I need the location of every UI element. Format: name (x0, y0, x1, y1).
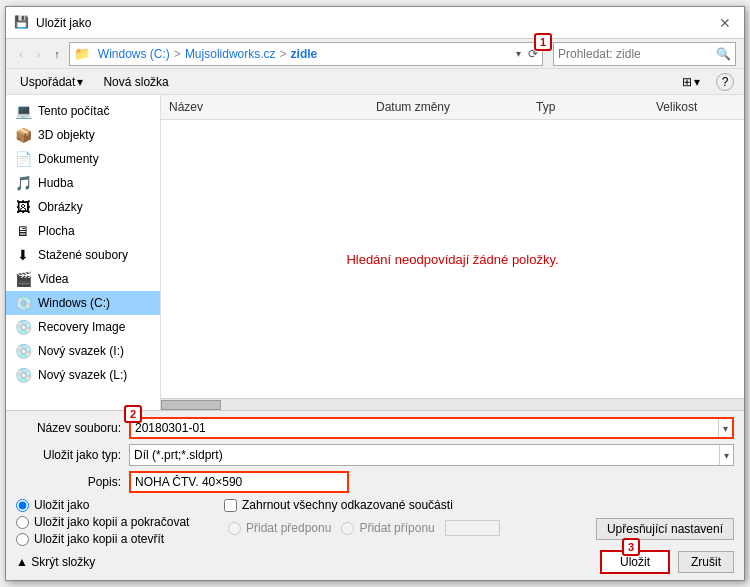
sidebar-item-videa[interactable]: 🎬 Videa (6, 267, 160, 291)
breadcrumb-part-1[interactable]: Windows (C:) (98, 47, 170, 61)
sidebar-item-dokumenty[interactable]: 📄 Dokumenty (6, 147, 160, 171)
right-options: Zahrnout všechny odkazované součásti Při… (224, 498, 734, 540)
title-bar-left: 💾 Uložit jako (14, 15, 91, 31)
description-input[interactable] (131, 475, 347, 489)
radio-copy-continue-input[interactable] (16, 516, 29, 529)
horizontal-scrollbar[interactable] (161, 398, 744, 410)
cancel-button[interactable]: Zrušit (678, 551, 734, 573)
search-input[interactable] (554, 47, 712, 61)
sidebar-label-novy-svazek-i: Nový svazek (I:) (38, 344, 124, 358)
address-dropdown-button[interactable]: ▾ (513, 48, 524, 59)
sidebar-item-recovery-image[interactable]: 💿 Recovery Image (6, 315, 160, 339)
description-label: Popis: (16, 475, 121, 489)
close-button[interactable]: ✕ (714, 12, 736, 34)
col-type: Typ (536, 98, 656, 116)
sidebar-item-tento-pocitac[interactable]: 💻 Tento počítač (6, 99, 160, 123)
address-folder-icon: 📁 (74, 46, 90, 61)
sidebar-item-plocha[interactable]: 🖥 Plocha (6, 219, 160, 243)
add-suffix-label: Přidat příponu (359, 521, 434, 535)
prefix-suffix-text-input (445, 520, 500, 536)
videa-icon: 🎬 (14, 270, 32, 288)
view-icon: ⊞ (682, 75, 692, 89)
include-refs-row: Zahrnout všechny odkazované součásti (224, 498, 734, 512)
sidebar-item-novy-svazek-l[interactable]: 💿 Nový svazek (L:) (6, 363, 160, 387)
scrollbar-thumb[interactable] (161, 400, 221, 410)
radio-save-as[interactable]: Uložit jako (16, 498, 216, 512)
dialog-title: Uložit jako (36, 16, 91, 30)
novy-svazek-i-icon: 💿 (14, 342, 32, 360)
breadcrumb-part-3[interactable]: zidle (291, 47, 318, 61)
bottom-buttons-row: ▲ Skrýt složky 3 Uložit Zrušit (16, 550, 734, 574)
advanced-settings-button[interactable]: Upřesňující nastavení (596, 518, 734, 540)
sidebar-item-obrazky[interactable]: 🖼 Obrázky (6, 195, 160, 219)
radio-copy-open-input[interactable] (16, 533, 29, 546)
radio-copy-open[interactable]: Uložit jako kopii a otevřít (16, 532, 216, 546)
filetype-value: Díl (*.prt;*.sldprt) (130, 448, 719, 462)
col-date: Datum změny (376, 98, 536, 116)
hudba-icon: 🎵 (14, 174, 32, 192)
cancel-btn-label: Zrušit (691, 555, 721, 569)
filename-row: Název souboru: ▾ 2 (16, 417, 734, 439)
novy-svazek-l-icon: 💿 (14, 366, 32, 384)
save-btn-container: 3 Uložit (600, 550, 670, 574)
search-box-wrap: 🔍 (553, 42, 736, 66)
dialog-icon: 💾 (14, 15, 30, 31)
filetype-dropdown-button[interactable]: ▾ (719, 445, 733, 465)
save-mode-group: Uložit jako Uložit jako kopii a pokračov… (16, 498, 216, 546)
radio-add-prefix: Přidat předponu (228, 521, 331, 535)
forward-button[interactable]: › (32, 45, 46, 63)
sidebar-label-recovery-image: Recovery Image (38, 320, 125, 334)
filetype-input-wrap: Díl (*.prt;*.sldprt) ▾ (129, 444, 734, 466)
annotation-badge-2: 2 (124, 405, 142, 423)
sidebar-label-stazene: Stažené soubory (38, 248, 128, 262)
recovery-image-icon: 💿 (14, 318, 32, 336)
save-btn-label: Uložit (620, 555, 650, 569)
filetype-label: Uložit jako typ: (16, 448, 121, 462)
filename-dropdown-button[interactable]: ▾ (718, 419, 732, 437)
prefix-suffix-row: Přidat předponu Přidat příponu Upřesňují… (224, 516, 734, 540)
address-bar[interactable]: Windows (C:) > Mujsolidworks.cz > zidle (94, 47, 513, 61)
help-button[interactable]: ? (716, 73, 734, 91)
breadcrumb-sep-2: > (280, 47, 287, 61)
advanced-btn-label: Upřesňující nastavení (607, 522, 723, 536)
sidebar-item-3d-objekty[interactable]: 📦 3D objekty (6, 123, 160, 147)
col-size: Velikost (656, 98, 736, 116)
filename-input-wrap: ▾ (129, 417, 734, 439)
organize-arrow: ▾ (77, 75, 83, 89)
sidebar-item-windows-c[interactable]: 💿 Windows (C:) (6, 291, 160, 315)
action-row: Uspořádat ▾ Nová složka ⊞ ▾ ? (6, 69, 744, 95)
address-bar-wrap: 📁 Windows (C:) > Mujsolidworks.cz > zidl… (69, 42, 543, 66)
sidebar-item-hudba[interactable]: 🎵 Hudba (6, 171, 160, 195)
hide-folders-label: ▲ Skrýt složky (16, 555, 95, 569)
radio-copy-continue-label: Uložit jako kopii a pokračovat (34, 515, 189, 529)
tento-pocitac-icon: 💻 (14, 102, 32, 120)
save-cancel-row: 3 Uložit Zrušit (600, 550, 734, 574)
radio-copy-continue[interactable]: Uložit jako kopii a pokračovat (16, 515, 216, 529)
radio-save-as-input[interactable] (16, 499, 29, 512)
sidebar-label-hudba: Hudba (38, 176, 73, 190)
up-button[interactable]: ↑ (49, 45, 65, 63)
include-refs-checkbox[interactable] (224, 499, 237, 512)
organize-button[interactable]: Uspořádat ▾ (16, 75, 87, 89)
sidebar-item-novy-svazek-i[interactable]: 💿 Nový svazek (I:) (6, 339, 160, 363)
title-bar: 💾 Uložit jako ✕ (6, 7, 744, 39)
main-area: 💻 Tento počítač 📦 3D objekty 📄 Dokumenty… (6, 95, 744, 410)
breadcrumb-part-2[interactable]: Mujsolidworks.cz (185, 47, 276, 61)
filename-label: Název souboru: (16, 421, 121, 435)
new-folder-button[interactable]: Nová složka (99, 75, 172, 89)
sidebar-item-stazene[interactable]: ⬇ Stažené soubory (6, 243, 160, 267)
hide-folders-button[interactable]: ▲ Skrýt složky (16, 555, 95, 569)
dokumenty-icon: 📄 (14, 150, 32, 168)
3d-objekty-icon: 📦 (14, 126, 32, 144)
sidebar-label-3d-objekty: 3D objekty (38, 128, 95, 142)
radio-save-as-label: Uložit jako (34, 498, 89, 512)
plocha-icon: 🖥 (14, 222, 32, 240)
filename-input[interactable] (131, 421, 718, 435)
view-button[interactable]: ⊞ ▾ (678, 75, 704, 89)
description-row: Popis: (16, 471, 734, 493)
back-button[interactable]: ‹ (14, 45, 28, 63)
search-button[interactable]: 🔍 (712, 47, 735, 61)
filetype-row: Uložit jako typ: Díl (*.prt;*.sldprt) ▾ (16, 444, 734, 466)
sidebar-label-tento-pocitac: Tento počítač (38, 104, 109, 118)
include-refs-label: Zahrnout všechny odkazované součásti (242, 498, 453, 512)
